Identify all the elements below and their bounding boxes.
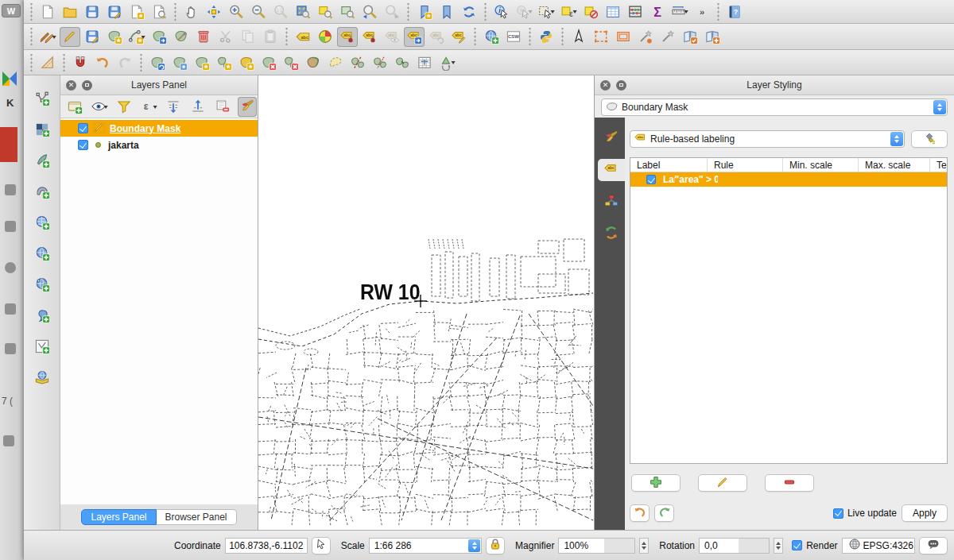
add-raster-layer-button[interactable] bbox=[32, 119, 52, 139]
mouse-position-toggle[interactable] bbox=[312, 537, 331, 554]
style-wand-2-button[interactable] bbox=[657, 27, 678, 47]
add-delimited-text-layer-button[interactable] bbox=[32, 305, 52, 325]
layer-row-jakarta[interactable]: jakarta bbox=[60, 137, 258, 153]
magnifier-stepper[interactable] bbox=[639, 538, 650, 554]
rule-row[interactable]: Larg… "area" > 0.0003 NAM bbox=[630, 172, 947, 187]
column-min-scale[interactable]: Min. scale bbox=[783, 158, 859, 172]
add-web-layer-button[interactable] bbox=[481, 27, 502, 47]
coordinate-input[interactable]: 106.8738,-6.1102 bbox=[225, 538, 308, 554]
composer-manager-button[interactable] bbox=[149, 2, 169, 21]
reshape-features-button[interactable] bbox=[303, 52, 324, 72]
csw-catalog-button[interactable]: CSW bbox=[503, 27, 524, 47]
merge-attributes-button[interactable] bbox=[414, 52, 435, 72]
add-postgis-layer-button[interactable] bbox=[32, 181, 52, 201]
add-part-button[interactable] bbox=[214, 52, 235, 72]
move-label-button[interactable]: abc bbox=[404, 27, 425, 47]
log-messages-button[interactable] bbox=[919, 537, 948, 554]
close-icon[interactable]: ✕ bbox=[600, 80, 611, 91]
layer-visibility-checkbox[interactable] bbox=[78, 123, 88, 133]
change-label-button[interactable]: abc bbox=[448, 27, 469, 47]
rotation-input[interactable]: 0,0 bbox=[699, 538, 770, 554]
handbook-add-button[interactable] bbox=[702, 27, 723, 47]
toggle-editing-button[interactable] bbox=[60, 27, 80, 47]
node-tool-button[interactable] bbox=[171, 27, 192, 47]
diagrams-tab-button[interactable] bbox=[598, 191, 625, 213]
apply-button[interactable]: Apply bbox=[902, 504, 948, 522]
add-wfs-layer-button[interactable] bbox=[32, 367, 52, 387]
remove-rule-button[interactable] bbox=[765, 474, 814, 492]
edit-rule-button[interactable] bbox=[698, 474, 747, 492]
simplify-feature-button[interactable] bbox=[169, 52, 190, 72]
zoom-in-button[interactable] bbox=[226, 2, 246, 21]
crs-status-button[interactable]: EPSG:4326 bbox=[842, 538, 915, 554]
labels-tab-button[interactable]: abc bbox=[598, 159, 625, 181]
column-label[interactable]: Label bbox=[630, 158, 708, 172]
layer-diagram-options-button[interactable] bbox=[315, 27, 335, 47]
new-project-button[interactable] bbox=[37, 2, 58, 21]
layer-styling-button[interactable] bbox=[238, 97, 257, 117]
labeling-method-combo[interactable]: abc Rule-based labeling bbox=[630, 130, 905, 148]
add-wms-layer-button[interactable] bbox=[32, 243, 52, 263]
move-feature-button[interactable] bbox=[149, 27, 169, 47]
zoom-full-button[interactable] bbox=[293, 2, 313, 21]
filter-legend-button[interactable] bbox=[114, 97, 134, 117]
add-spatialite-layer-button[interactable] bbox=[32, 212, 52, 232]
remove-layer-button[interactable] bbox=[213, 97, 232, 117]
refresh-button[interactable] bbox=[459, 2, 479, 21]
map-canvas[interactable]: RW 10 bbox=[258, 75, 595, 530]
redo-style-button[interactable] bbox=[654, 504, 674, 522]
deselect-all-button[interactable] bbox=[580, 2, 601, 21]
column-rule[interactable]: Rule bbox=[708, 158, 783, 172]
add-group-button[interactable] bbox=[65, 97, 84, 117]
magnet-snapping-button[interactable] bbox=[70, 52, 91, 72]
delete-part-button[interactable] bbox=[281, 52, 301, 72]
new-bookmark-button[interactable] bbox=[414, 2, 435, 21]
rotate-feature-button[interactable] bbox=[147, 52, 168, 72]
manage-themes-button[interactable]: ▾ bbox=[90, 97, 109, 117]
statistical-summary-button[interactable]: Σ bbox=[647, 2, 668, 21]
select-features-button[interactable]: ▾ bbox=[536, 2, 556, 21]
history-tab-button[interactable] bbox=[598, 222, 625, 245]
extent-decoration-button[interactable] bbox=[591, 27, 611, 47]
undo-style-button[interactable] bbox=[630, 504, 650, 522]
measure-button[interactable]: ▾ bbox=[669, 2, 690, 21]
layer-labeling-options-button[interactable]: abc bbox=[293, 27, 313, 47]
north-arrow-button[interactable] bbox=[568, 27, 589, 47]
undo-button[interactable] bbox=[92, 52, 113, 72]
tab-layers-panel[interactable]: Layers Panel bbox=[81, 509, 156, 525]
pin-labels-button[interactable]: abc bbox=[337, 27, 358, 47]
live-update-checkbox[interactable] bbox=[833, 508, 843, 519]
live-update-control[interactable]: Live update bbox=[833, 508, 897, 519]
scale-stepper[interactable] bbox=[468, 539, 480, 552]
save-project-as-button[interactable] bbox=[104, 2, 125, 21]
show-bookmarks-button[interactable] bbox=[436, 2, 457, 21]
scale-combo[interactable]: 1:66 286 bbox=[369, 538, 482, 554]
pan-to-selection-button[interactable] bbox=[204, 2, 224, 21]
zoom-out-button[interactable] bbox=[248, 2, 269, 21]
collapse-all-button[interactable] bbox=[188, 97, 207, 117]
style-wand-button[interactable] bbox=[635, 27, 656, 47]
zoom-last-button[interactable] bbox=[359, 2, 380, 21]
zoom-to-selection-button[interactable] bbox=[315, 2, 335, 21]
current-edits-button[interactable]: ▾ bbox=[37, 27, 58, 47]
magnifier-input[interactable]: 100% bbox=[558, 538, 634, 554]
rotate-point-symbols-button[interactable]: ▾ bbox=[436, 52, 457, 72]
column-max-scale[interactable]: Max. scale bbox=[859, 158, 930, 172]
pan-map-button[interactable] bbox=[181, 2, 202, 21]
cad-tools-button[interactable] bbox=[37, 52, 58, 72]
save-project-button[interactable] bbox=[82, 2, 103, 21]
tab-browser-panel[interactable]: Browser Panel bbox=[157, 509, 237, 525]
combo-stepper[interactable] bbox=[890, 132, 903, 146]
render-checkbox[interactable] bbox=[792, 540, 802, 550]
highlight-pinned-labels-button[interactable]: abc bbox=[359, 27, 380, 47]
symbology-tab-button[interactable] bbox=[598, 127, 625, 149]
handbook-check-button[interactable] bbox=[680, 27, 700, 47]
identify-features-button[interactable]: i bbox=[491, 2, 512, 21]
add-virtual-layer-button[interactable] bbox=[32, 336, 52, 356]
fill-ring-button[interactable] bbox=[236, 52, 257, 72]
detach-icon[interactable] bbox=[82, 80, 92, 91]
save-layer-edits-button[interactable] bbox=[82, 27, 103, 47]
layer-visibility-checkbox[interactable] bbox=[78, 140, 88, 150]
new-print-composer-button[interactable] bbox=[126, 2, 147, 21]
rule-checkbox[interactable] bbox=[646, 175, 656, 184]
